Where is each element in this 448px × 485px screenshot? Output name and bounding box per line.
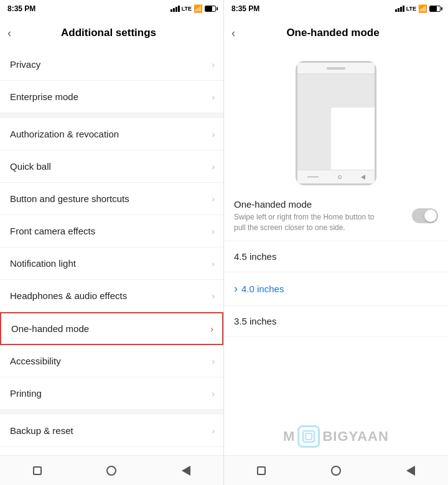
right-recent-apps-icon xyxy=(257,466,266,475)
chevron-icon: › xyxy=(210,324,213,334)
mode-subtitle: Swipe left or right from the Home button… xyxy=(234,212,377,233)
watermark-text-m: M xyxy=(283,428,295,445)
right-home-button[interactable] xyxy=(324,458,348,483)
recent-apps-icon xyxy=(33,466,42,475)
chevron-icon: › xyxy=(212,259,215,269)
chevron-icon: › xyxy=(212,291,215,301)
chevron-icon: › xyxy=(212,194,215,204)
svg-rect-0 xyxy=(303,431,314,442)
chevron-icon: › xyxy=(212,426,215,436)
phone-back-nav xyxy=(307,177,319,177)
right-recent-apps-button[interactable] xyxy=(249,458,274,483)
battery-icon xyxy=(205,6,216,12)
home-button[interactable] xyxy=(99,458,124,483)
size-option-4-5[interactable]: 4.5 inches xyxy=(224,241,448,272)
left-panel: 8:35 PM LTE 📶 ‹ Additional settings Priv… xyxy=(0,0,224,485)
watermark-icon xyxy=(297,425,320,448)
wifi-icon: 📶 xyxy=(194,4,203,13)
left-status-bar: 8:35 PM LTE 📶 xyxy=(0,0,223,17)
section-divider-2 xyxy=(0,410,223,415)
right-back-button[interactable]: ‹ xyxy=(231,24,240,42)
chevron-icon: › xyxy=(212,356,215,366)
right-back-button-nav[interactable] xyxy=(398,458,423,483)
settings-item-button-shortcuts[interactable]: Button and gesture shortcuts › xyxy=(0,183,223,215)
phone-recent-nav xyxy=(361,175,365,180)
right-panel: 8:35 PM LTE 📶 ‹ One-handed mode xyxy=(224,0,448,485)
lte-icon: LTE xyxy=(182,6,192,12)
phone-top-bar xyxy=(297,63,375,74)
settings-item-quick-ball[interactable]: Quick ball › xyxy=(0,150,223,183)
settings-item-front-camera[interactable]: Front camera effects › xyxy=(0,215,223,247)
right-nav-bar: ‹ One-handed mode xyxy=(224,17,448,48)
watermark-text-rest: BIGYAAN xyxy=(322,428,388,445)
wifi-icon-right: 📶 xyxy=(418,4,427,13)
chevron-icon: › xyxy=(212,226,215,236)
signal-bars xyxy=(170,6,180,12)
left-nav-bar: ‹ Additional settings xyxy=(0,17,223,48)
settings-item-notification-light[interactable]: Notification light › xyxy=(0,247,223,280)
battery-icon-right xyxy=(429,6,441,12)
right-title: One-handed mode xyxy=(240,27,426,39)
settings-item-headphones[interactable]: Headphones & audio effects › xyxy=(0,280,223,312)
settings-item-mi-mover[interactable]: Mi Mover › xyxy=(0,447,223,455)
section-divider xyxy=(0,113,223,118)
settings-item-accessibility[interactable]: Accessibility › xyxy=(0,345,223,377)
screen-content xyxy=(331,108,375,170)
back-button[interactable] xyxy=(174,458,198,483)
left-back-button[interactable]: ‹ xyxy=(7,24,16,42)
chevron-icon: › xyxy=(212,92,215,102)
settings-list: Privacy › Enterprise mode › Authorizatio… xyxy=(0,48,223,455)
signal-bars-right xyxy=(395,6,404,12)
left-time: 8:35 PM xyxy=(7,4,35,13)
mode-desc-text: One-handed mode Swipe left or right from… xyxy=(234,199,377,233)
right-home-icon xyxy=(331,466,341,476)
phone-speaker xyxy=(327,67,345,70)
phone-preview xyxy=(224,48,448,192)
settings-item-authorization[interactable]: Authorization & revocation › xyxy=(0,118,223,150)
right-content: One-handed mode Swipe left or right from… xyxy=(224,48,448,485)
settings-item-one-handed[interactable]: One-handed mode › xyxy=(0,312,223,345)
chevron-icon: › xyxy=(212,389,215,399)
settings-item-privacy[interactable]: Privacy › xyxy=(0,48,223,81)
mode-description: One-handed mode Swipe left or right from… xyxy=(224,192,448,241)
left-status-icons: LTE 📶 xyxy=(170,4,216,13)
one-handed-toggle[interactable] xyxy=(412,208,438,223)
mode-title: One-handed mode xyxy=(234,199,377,210)
back-icon xyxy=(182,466,190,476)
watermark: M BIGYAAN xyxy=(283,425,389,448)
home-icon xyxy=(106,466,116,476)
phone-screen xyxy=(297,74,375,170)
svg-rect-1 xyxy=(306,433,312,440)
settings-item-enterprise[interactable]: Enterprise mode › xyxy=(0,81,223,113)
toggle-knob xyxy=(424,210,437,222)
right-status-icons: LTE 📶 xyxy=(395,4,441,13)
settings-item-printing[interactable]: Printing › xyxy=(0,377,223,410)
phone-bottom-bar xyxy=(297,170,375,183)
lte-icon-right: LTE xyxy=(406,6,416,12)
left-bottom-nav xyxy=(0,455,223,485)
chevron-icon: › xyxy=(212,129,215,139)
right-bottom-nav xyxy=(224,455,448,485)
right-status-bar: 8:35 PM LTE 📶 xyxy=(224,0,448,17)
phone-home-nav xyxy=(338,175,342,179)
right-time: 8:35 PM xyxy=(231,4,259,13)
size-option-4-0[interactable]: 4.0 inches xyxy=(224,272,448,306)
chevron-icon: › xyxy=(212,162,215,172)
chevron-icon: › xyxy=(212,60,215,70)
recent-apps-button[interactable] xyxy=(25,458,50,483)
phone-mockup xyxy=(296,61,376,185)
settings-item-backup[interactable]: Backup & reset › xyxy=(0,415,223,447)
left-title: Additional settings xyxy=(16,27,201,39)
size-option-3-5[interactable]: 3.5 inches xyxy=(224,306,448,337)
right-back-icon xyxy=(406,466,415,476)
